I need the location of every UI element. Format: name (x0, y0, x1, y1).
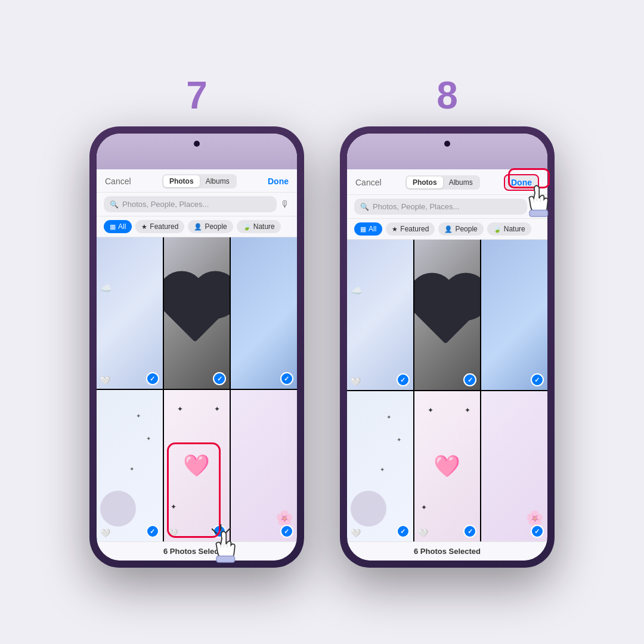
chip-people-7[interactable]: 👤 People (188, 220, 233, 233)
leaf-icon-8: 🍃 (493, 225, 501, 233)
filter-bar-8: ▦ All ★ Featured 👤 People (347, 219, 547, 240)
camera-area-7 (97, 134, 297, 169)
search-bar-7: 🔍 Photos, People, Places... 🎙 (97, 193, 297, 216)
search-inner-7[interactable]: 🔍 Photos, People, Places... (104, 196, 277, 212)
done-button-8[interactable]: Done (504, 174, 539, 191)
photo-cell-7-6[interactable]: 🌸 ✓ (231, 390, 297, 541)
chip-featured-label-7: Featured (150, 222, 178, 231)
heart-badge-7-5: 🤍 (168, 528, 178, 538)
step-7-number: 7 (186, 76, 208, 114)
phone-frame-7: Cancel Photos Albums Done 🔍 Photos, (89, 126, 304, 568)
grid-icon-8: ▦ (360, 225, 366, 233)
heart-badge-7-1: 🤍 (100, 376, 110, 385)
camera-area-8 (347, 134, 547, 169)
search-placeholder-7: Photos, People, Places... (122, 200, 209, 209)
cancel-button-7[interactable]: Cancel (105, 177, 131, 186)
sparkle-7-3: ✦ (171, 503, 177, 511)
phone-frame-8: Cancel Photos Albums Done 🔍 Photos, (340, 126, 555, 568)
heart-badge-8-4: 🤍 (351, 528, 361, 538)
phone-inner-8: Cancel Photos Albums Done 🔍 Photos, (347, 134, 547, 561)
star-7-1: ✦ (136, 413, 141, 419)
cloud-deco-7-1: ☁️ (100, 283, 112, 294)
phone-inner-7: Cancel Photos Albums Done 🔍 Photos, (97, 134, 297, 561)
mic-icon-8[interactable]: 🎙 (531, 202, 540, 212)
cancel-button-8[interactable]: Cancel (355, 178, 382, 187)
heart-dark-7 (165, 278, 228, 342)
pink-heart-7: 🩷 (183, 453, 210, 478)
nav-tabs-7: Photos Albums (162, 174, 237, 188)
chip-nature-label-8: Nature (504, 225, 525, 233)
heart-dark-8 (415, 280, 479, 343)
photo-cell-7-2[interactable]: ✓ (164, 237, 230, 389)
search-icon-8: 🔍 (360, 203, 369, 211)
photo-cell-8-4[interactable]: ✦ ✦ ✦ 🤍 ✓ (347, 391, 413, 541)
heart-badge-8-5: 🤍 (418, 528, 428, 538)
chip-all-label-7: All (118, 222, 126, 231)
main-container: 7 Cancel (66, 52, 578, 592)
chip-featured-label-8: Featured (400, 225, 429, 233)
mic-icon-7[interactable]: 🎙 (280, 199, 290, 210)
tab-photos-8[interactable]: Photos (407, 177, 443, 188)
chip-nature-8[interactable]: 🍃 Nature (487, 222, 531, 236)
done-button-7[interactable]: Done (268, 177, 289, 186)
nav-bar-8: Cancel Photos Albums Done (347, 169, 547, 195)
photo-cell-7-1[interactable]: ☁️ 🤍 ✓ (97, 237, 163, 389)
planet-7 (100, 491, 136, 527)
chip-featured-8[interactable]: ★ Featured (386, 222, 435, 236)
photo-cell-8-6[interactable]: 🌸 ✓ (481, 391, 547, 541)
photo-cell-8-3[interactable]: ✓ (481, 240, 547, 390)
photo-cell-7-4[interactable]: ✦ ✦ ✦ 🤍 ✓ (97, 390, 163, 541)
phone-body-8: Cancel Photos Albums Done 🔍 Photos, (347, 134, 547, 561)
sparkle-8-3: ✦ (421, 503, 427, 512)
chip-featured-7[interactable]: ★ Featured (135, 220, 184, 233)
butterfly-7: 🌸 (275, 510, 293, 527)
tab-albums-7[interactable]: Albums (200, 175, 236, 187)
step-8-number: 8 (436, 76, 458, 114)
sel-badge-7-6: ✓ (280, 525, 293, 538)
chip-nature-7[interactable]: 🍃 Nature (237, 220, 281, 233)
chip-all-8[interactable]: ▦ All (354, 222, 382, 236)
step-8: 8 Cancel (340, 76, 555, 568)
star-icon-8: ★ (392, 225, 398, 233)
filter-bar-7: ▦ All ★ Featured 👤 People (97, 216, 297, 237)
heart-badge-8-1: 🤍 (351, 377, 361, 386)
sel-badge-8-3: ✓ (531, 373, 544, 386)
photo-cell-8-5[interactable]: 🩷 ✦ ✦ ✦ 🤍 ✓ (414, 391, 481, 541)
sel-badge-8-1: ✓ (397, 373, 410, 386)
status-text-7: 6 Photos Selected (163, 547, 230, 556)
status-bar-7: 6 Photos Selected (97, 541, 297, 561)
search-inner-8[interactable]: 🔍 Photos, People, Places... (354, 199, 527, 215)
photo-grid-7: ☁️ 🤍 ✓ ✓ (97, 237, 297, 541)
tab-albums-8[interactable]: Albums (443, 177, 479, 188)
planet-8 (351, 491, 386, 527)
status-bar-8: 6 Photos Selected (347, 541, 547, 561)
sel-badge-7-5: ✓ (213, 525, 226, 538)
photo-cell-8-1[interactable]: ☁️ 🤍 ✓ (347, 240, 413, 390)
nav-tabs-8: Photos Albums (405, 175, 480, 190)
sel-badge-8-6: ✓ (531, 525, 544, 538)
person-icon-7: 👤 (194, 223, 202, 231)
chip-people-8[interactable]: 👤 People (438, 222, 483, 236)
sparkle-8-2: ✦ (465, 406, 470, 414)
star-7-3: ✦ (129, 466, 134, 472)
heart-badge-7-4: 🤍 (100, 528, 110, 538)
sel-badge-7-4: ✓ (146, 525, 159, 538)
photo-cell-7-5[interactable]: 🩷 ✦ ✦ ✦ 🤍 ✓ (164, 390, 230, 541)
chip-people-label-8: People (455, 225, 477, 233)
photo-cell-7-3[interactable]: ✓ (231, 237, 297, 389)
camera-dot-8 (444, 141, 450, 147)
photo-cell-8-2[interactable]: ✓ (414, 240, 481, 390)
grid-icon-7: ▦ (110, 223, 116, 231)
tab-photos-7[interactable]: Photos (163, 175, 200, 187)
nav-bar-7: Cancel Photos Albums Done (97, 169, 297, 193)
chip-all-7[interactable]: ▦ All (104, 220, 132, 233)
chip-people-label-7: People (205, 222, 227, 231)
person-icon-8: 👤 (444, 225, 453, 233)
butterfly-8: 🌸 (526, 510, 544, 527)
star-8-3: ✦ (380, 466, 385, 473)
star-8-1: ✦ (386, 414, 391, 420)
star-7-2: ✦ (146, 435, 151, 442)
phone-8: Cancel Photos Albums Done 🔍 Photos, (340, 126, 555, 568)
cloud-deco-8-1: ☁️ (351, 285, 363, 296)
search-placeholder-8: Photos, People, Places... (373, 202, 459, 211)
